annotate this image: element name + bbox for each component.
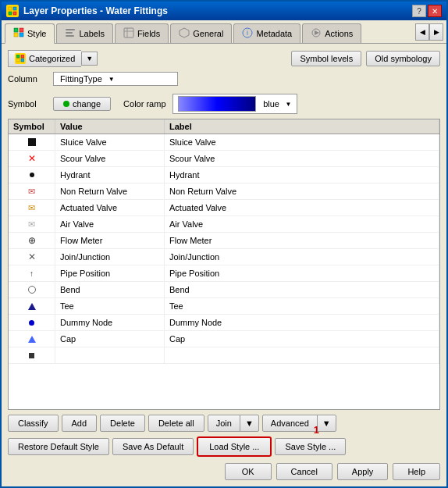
- categorized-arrow-button[interactable]: ▼: [81, 52, 98, 66]
- label-cell: Non Return Valve: [165, 183, 439, 199]
- classify-button[interactable]: Classify: [8, 415, 59, 432]
- table-row[interactable]: Hydrant Hydrant: [9, 167, 439, 183]
- table-row[interactable]: ⊕ Flow Meter Flow Meter: [9, 233, 439, 249]
- symbol-table[interactable]: Symbol Value Label Sluice Valve Sluice V…: [8, 119, 440, 410]
- color-ramp-dropdown[interactable]: blue ▼: [172, 94, 297, 114]
- square-symbol: [28, 138, 36, 146]
- tab-general[interactable]: General: [170, 23, 232, 43]
- value-cell: Flow Meter: [55, 233, 165, 248]
- table-row[interactable]: ↑ Pipe Position Pipe Position: [9, 265, 439, 282]
- value-cell: Air Valve: [55, 216, 165, 232]
- table-body: Sluice Valve Sluice Valve ✕ Scour Valve …: [9, 134, 439, 364]
- label-cell: Scour Valve: [165, 151, 439, 166]
- content-area: Categorized ▼ Symbol levels Old symbolog…: [2, 44, 446, 486]
- value-cell: Sluice Valve: [55, 134, 165, 150]
- symbol-cell: ↑: [9, 265, 55, 281]
- column-dropdown-arrow: ▼: [108, 76, 115, 83]
- advanced-button-main[interactable]: Advanced: [263, 415, 317, 431]
- apply-button[interactable]: Apply: [337, 463, 389, 480]
- ok-button[interactable]: OK: [225, 463, 272, 480]
- label-cell: Tee: [165, 298, 439, 314]
- svg-rect-6: [14, 28, 18, 32]
- green-dot-icon: [63, 101, 69, 107]
- join-split-button: Join ▼: [208, 415, 259, 432]
- table-row[interactable]: ✕ Join/Junction Join/Junction: [9, 249, 439, 265]
- tab-actions[interactable]: Actions: [302, 23, 361, 43]
- col-header-value: Value: [55, 119, 165, 134]
- delete-button[interactable]: Delete: [100, 415, 145, 432]
- old-symbology-button[interactable]: Old symbology: [366, 51, 440, 66]
- crosshair-symbol: ⊕: [28, 235, 36, 246]
- symbol-cell: ✕: [9, 151, 55, 166]
- fields-icon: [123, 27, 134, 40]
- envelope-gray-symbol: ✉: [28, 219, 35, 230]
- tab-style[interactable]: Style: [5, 23, 55, 44]
- join-button-main[interactable]: Join: [208, 415, 240, 431]
- small-square-symbol: [29, 353, 34, 358]
- advanced-button-arrow[interactable]: ▼: [317, 415, 336, 431]
- svg-rect-9: [66, 32, 73, 34]
- tab-next-button[interactable]: ▶: [429, 23, 443, 41]
- x-gray-symbol: ✕: [28, 251, 36, 262]
- label-cell: Dummy Node: [165, 315, 439, 330]
- save-style-button[interactable]: Save Style ...: [275, 438, 346, 455]
- load-style-button[interactable]: Load Style ...: [197, 436, 272, 457]
- dot-symbol: [30, 173, 34, 177]
- tab-prev-button[interactable]: ◀: [415, 23, 429, 41]
- value-cell: Actuated Valve: [55, 200, 165, 216]
- table-row[interactable]: Dummy Node Dummy Node: [9, 315, 439, 331]
- tab-fields[interactable]: Fields: [115, 23, 169, 43]
- delete-all-button[interactable]: Delete all: [148, 415, 204, 432]
- save-as-default-button[interactable]: Save As Default: [112, 438, 194, 455]
- symbol-cell: ✕: [9, 249, 55, 265]
- tab-actions-label: Actions: [325, 29, 353, 38]
- help-footer-button[interactable]: Help: [393, 463, 440, 480]
- value-cell: Scour Valve: [55, 151, 165, 166]
- table-row[interactable]: Cap Cap: [9, 331, 439, 347]
- change-button[interactable]: change: [53, 97, 111, 111]
- col-header-symbol: Symbol: [9, 119, 55, 134]
- table-row[interactable]: Tee Tee: [9, 298, 439, 315]
- join-button-arrow[interactable]: ▼: [240, 415, 258, 431]
- action-buttons-row: Classify Add Delete Delete all Join ▼ Ad…: [8, 415, 440, 432]
- symbol-levels-button[interactable]: Symbol levels: [291, 51, 361, 66]
- restore-default-style-button[interactable]: Restore Default Style: [8, 438, 109, 455]
- help-button[interactable]: ?: [412, 5, 426, 17]
- color-ramp-preview: [178, 96, 256, 112]
- close-button[interactable]: ✕: [428, 5, 442, 17]
- symbol-cell: [9, 134, 55, 150]
- arrow-symbol: ↑: [30, 269, 34, 278]
- table-row[interactable]: [9, 347, 439, 364]
- symbol-cell: [9, 298, 55, 314]
- triangle-blue-symbol: [28, 336, 36, 343]
- add-button[interactable]: Add: [62, 415, 98, 432]
- label-cell: Bend: [165, 282, 439, 297]
- table-row[interactable]: Sluice Valve Sluice Valve: [9, 134, 439, 151]
- column-dropdown[interactable]: FittingType ▼: [53, 72, 178, 86]
- symbol-color-row: Symbol change Color ramp blue ▼: [8, 94, 440, 114]
- categorized-dropdown[interactable]: Categorized: [8, 50, 81, 67]
- label-cell: Pipe Position: [165, 265, 439, 281]
- title-bar: Layer Properties - Water Fittings ? ✕: [2, 2, 446, 20]
- tab-general-label: General: [193, 29, 223, 38]
- table-row[interactable]: Bend Bend: [9, 282, 439, 298]
- value-cell: Pipe Position: [55, 265, 165, 281]
- tab-labels-label: Labels: [79, 29, 104, 38]
- svg-rect-19: [21, 59, 24, 62]
- svg-text:i: i: [247, 29, 248, 37]
- color-ramp-arrow: ▼: [286, 101, 292, 108]
- circle-symbol: [28, 286, 36, 294]
- tab-style-label: Style: [27, 29, 46, 38]
- triangle-dark-symbol: [28, 303, 36, 310]
- table-row[interactable]: ✉ Non Return Valve Non Return Valve: [9, 183, 439, 200]
- blue-dot-symbol: [29, 320, 34, 326]
- table-row[interactable]: ✉ Air Valve Air Valve: [9, 216, 439, 233]
- tab-labels[interactable]: Labels: [56, 23, 112, 43]
- cancel-button[interactable]: Cancel: [276, 463, 332, 480]
- table-row[interactable]: ✉ Actuated Valve Actuated Valve: [9, 200, 439, 216]
- svg-rect-4: [14, 33, 18, 37]
- tab-metadata-label: Metadata: [256, 29, 292, 38]
- label-cell: Hydrant: [165, 167, 439, 183]
- tab-metadata[interactable]: i Metadata: [233, 23, 300, 43]
- table-row[interactable]: ✕ Scour Valve Scour Valve: [9, 151, 439, 167]
